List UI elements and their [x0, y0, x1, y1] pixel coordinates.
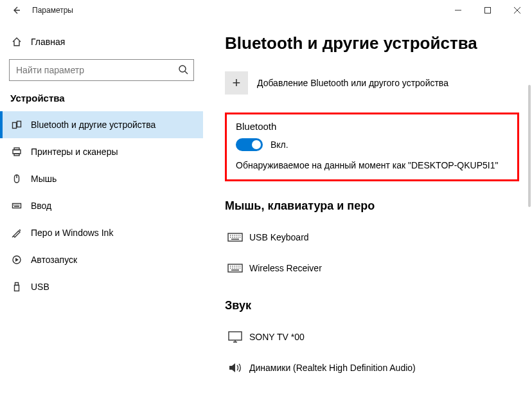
- svg-point-1: [179, 66, 186, 72]
- sidebar-item-label: Мышь: [31, 174, 57, 184]
- usb-icon: [12, 282, 22, 292]
- device-keyboard-icon: [227, 263, 249, 273]
- sidebar-item-4[interactable]: Перо и Windows Ink: [0, 219, 203, 246]
- device-monitor-icon: [227, 330, 249, 343]
- sidebar-item-label: Автозапуск: [31, 255, 77, 265]
- home-icon: [12, 37, 22, 47]
- svg-rect-9: [13, 204, 21, 208]
- scrollbar[interactable]: [528, 85, 531, 207]
- home-label: Главная: [31, 37, 65, 47]
- device-label: Динамики (Realtek High Definition Audio): [249, 363, 416, 373]
- bluetooth-highlight: Bluetooth Вкл. Обнаруживаемое на данный …: [225, 113, 519, 181]
- sidebar-item-1[interactable]: Принтеры и сканеры: [0, 138, 203, 165]
- device-keyboard-icon: [227, 232, 249, 242]
- add-device-label: Добавление Bluetooth или другого устройс…: [257, 78, 448, 88]
- page-title: Bluetooth и другие устройства: [225, 33, 519, 53]
- search-icon: [178, 64, 188, 77]
- sidebar-item-label: Ввод: [31, 201, 51, 211]
- sidebar-item-label: Bluetooth и другие устройства: [31, 120, 155, 130]
- close-button[interactable]: [502, 0, 532, 21]
- home-nav[interactable]: Главная: [0, 28, 203, 55]
- device-label: Wireless Receiver: [249, 263, 322, 273]
- search-input[interactable]: [16, 65, 178, 75]
- autoplay-icon: [12, 255, 22, 265]
- section-heading: Мышь, клавиатура и перо: [225, 199, 519, 213]
- main-content: Bluetooth и другие устройства + Добавлен…: [203, 21, 532, 416]
- svg-rect-12: [15, 285, 19, 291]
- device-row[interactable]: Динамики (Realtek High Definition Audio): [225, 352, 519, 383]
- svg-rect-2: [13, 123, 17, 129]
- bluetooth-heading: Bluetooth: [236, 121, 508, 132]
- sidebar-item-label: USB: [31, 282, 49, 292]
- svg-rect-6: [14, 154, 19, 156]
- sidebar-item-2[interactable]: Мышь: [0, 165, 203, 192]
- sidebar: Главная Устройства Bluetooth и другие ус…: [0, 21, 203, 416]
- bluetooth-toggle-row: Вкл.: [236, 138, 508, 151]
- window-title: Параметры: [32, 6, 73, 15]
- titlebar: Параметры: [0, 0, 532, 21]
- add-device-row[interactable]: + Добавление Bluetooth или другого устро…: [225, 71, 519, 95]
- sidebar-item-label: Принтеры и сканеры: [31, 147, 118, 157]
- device-row[interactable]: SONY TV *00: [225, 321, 519, 352]
- bluetooth-devices-icon: [12, 120, 22, 130]
- sidebar-item-0[interactable]: Bluetooth и другие устройства: [0, 111, 203, 138]
- device-row[interactable]: Wireless Receiver: [225, 253, 519, 284]
- minimize-button[interactable]: [443, 0, 473, 21]
- sidebar-category: Устройства: [0, 93, 203, 111]
- device-sections: Мышь, клавиатура и пероUSB KeyboardWirel…: [225, 199, 519, 383]
- svg-rect-0: [485, 8, 491, 14]
- window-controls: [443, 0, 532, 21]
- bluetooth-toggle-label: Вкл.: [270, 140, 288, 150]
- settings-window: Параметры Главная Устройства Blue: [0, 0, 532, 416]
- bluetooth-discoverable-text: Обнаруживаемое на данный момент как "DES…: [236, 160, 508, 170]
- device-label: SONY TV *00: [249, 332, 305, 342]
- sidebar-item-6[interactable]: USB: [0, 273, 203, 300]
- sidebar-item-3[interactable]: Ввод: [0, 192, 203, 219]
- device-speaker-icon: [227, 361, 249, 374]
- sidebar-nav: Bluetooth и другие устройстваПринтеры и …: [0, 111, 203, 300]
- bluetooth-toggle[interactable]: [236, 138, 263, 151]
- back-icon[interactable]: [12, 6, 21, 15]
- search-box[interactable]: [9, 59, 194, 81]
- pen-icon: [12, 228, 22, 238]
- sidebar-item-5[interactable]: Автозапуск: [0, 246, 203, 273]
- svg-rect-3: [17, 122, 21, 127]
- svg-rect-5: [13, 150, 21, 154]
- device-row[interactable]: USB Keyboard: [225, 222, 519, 253]
- plus-icon: +: [225, 71, 248, 95]
- printer-icon: [12, 147, 22, 157]
- window-body: Главная Устройства Bluetooth и другие ус…: [0, 21, 532, 416]
- mouse-icon: [12, 174, 22, 184]
- maximize-button[interactable]: [473, 0, 502, 21]
- sidebar-item-label: Перо и Windows Ink: [31, 228, 113, 238]
- svg-rect-15: [229, 332, 242, 340]
- device-label: USB Keyboard: [249, 232, 309, 242]
- section-heading: Звук: [225, 299, 519, 312]
- keyboard-icon: [12, 201, 22, 211]
